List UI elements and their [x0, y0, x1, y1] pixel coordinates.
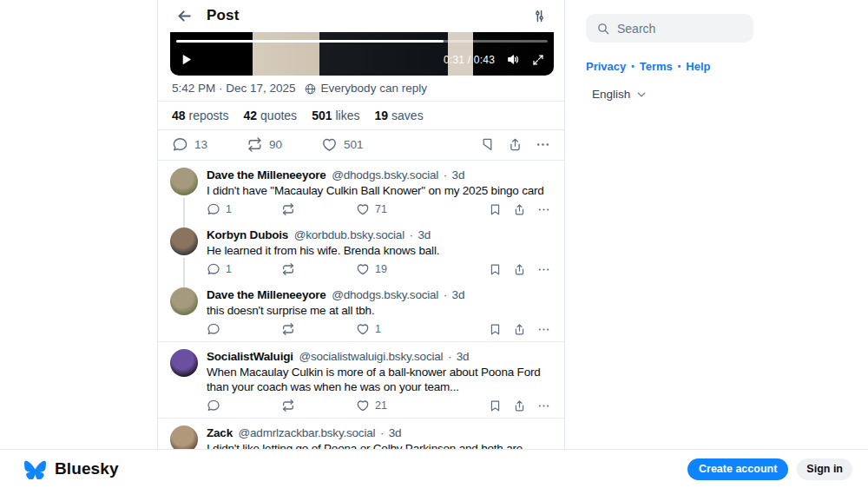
link-separator: •: [678, 62, 681, 71]
sign-in-button[interactable]: Sign in: [797, 458, 852, 480]
privacy-link[interactable]: Privacy: [586, 60, 626, 73]
play-button[interactable]: [180, 53, 193, 66]
like-icon: [356, 322, 370, 336]
share-button[interactable]: [513, 399, 526, 412]
like-count: 1: [375, 323, 381, 335]
like-button[interactable]: 501: [321, 136, 396, 153]
reply-icon: [207, 322, 220, 336]
saves-stat[interactable]: 19saves: [375, 109, 424, 122]
repost-button[interactable]: [281, 202, 356, 216]
signup-banner: Bluesky Create account Sign in: [0, 449, 868, 488]
like-icon: [356, 202, 370, 216]
more-button[interactable]: [536, 137, 550, 152]
user-handle[interactable]: @socialistwaluigi.bsky.social: [299, 350, 443, 363]
user-handle[interactable]: @korbdub.bsky.social: [294, 228, 404, 241]
more-icon: [537, 323, 550, 336]
waluigi-art-avatar[interactable]: [170, 349, 198, 377]
butterfly-icon: [24, 459, 46, 479]
display-name[interactable]: SocialistWaluigi: [207, 350, 293, 363]
groundhog-photo-avatar[interactable]: [170, 287, 198, 315]
bookmark-button[interactable]: [480, 137, 495, 152]
repost-button[interactable]: [281, 262, 356, 276]
repost-count: 90: [269, 138, 282, 151]
share-button[interactable]: [513, 263, 526, 276]
more-button[interactable]: [537, 203, 550, 216]
reply-button[interactable]: [207, 322, 281, 336]
more-button[interactable]: [537, 263, 550, 276]
display-name[interactable]: Dave the Milleneeyore: [207, 168, 326, 181]
reply-permission-label: Everybody can reply: [321, 82, 427, 96]
user-handle[interactable]: @dhodgs.bsky.social: [332, 168, 438, 181]
reply-timestamp: 3d: [418, 228, 431, 241]
bookmark-button[interactable]: [489, 399, 502, 412]
repost-icon: [281, 202, 295, 216]
reply-actions: 1 71: [207, 198, 550, 221]
repost-button[interactable]: 90: [247, 136, 321, 153]
like-button[interactable]: 19: [356, 262, 431, 276]
volume-button[interactable]: [506, 52, 521, 67]
brand-name: Bluesky: [55, 459, 119, 478]
video-time: 0:31 / 0:43: [444, 54, 495, 66]
share-icon: [513, 203, 526, 216]
reply-button[interactable]: 1: [207, 262, 281, 276]
more-button[interactable]: [537, 323, 550, 336]
thread-options-button[interactable]: [532, 9, 547, 23]
reply-actions: 21: [207, 394, 550, 417]
repost-button[interactable]: [281, 399, 356, 412]
reply-icon: [207, 399, 220, 412]
fullscreen-button[interactable]: [532, 54, 544, 66]
terms-link[interactable]: Terms: [640, 60, 673, 73]
repost-button[interactable]: [281, 322, 356, 336]
like-button[interactable]: 1: [356, 322, 431, 336]
bookmark-button[interactable]: [489, 203, 502, 216]
reply-button[interactable]: 1: [207, 202, 281, 216]
like-button[interactable]: 21: [356, 399, 431, 412]
reply-item[interactable]: SocialistWaluigi @socialistwaluigi.bsky.…: [158, 342, 564, 417]
like-icon: [321, 136, 338, 153]
display-name[interactable]: Korbyn Dubois: [207, 228, 288, 241]
reply-icon: [207, 262, 220, 276]
bookmark-icon: [489, 399, 502, 412]
back-button[interactable]: [176, 8, 193, 24]
reply-button[interactable]: 13: [172, 136, 247, 153]
reply-header: Korbyn Dubois @korbdub.bsky.social · 3d: [207, 228, 550, 242]
share-icon: [513, 323, 526, 336]
groundhog-photo-avatar[interactable]: [170, 168, 198, 195]
repost-icon: [281, 399, 295, 412]
more-button[interactable]: [537, 399, 550, 412]
quotes-stat[interactable]: 42quotes: [244, 109, 298, 122]
share-button[interactable]: [508, 137, 523, 152]
link-separator: •: [631, 62, 635, 71]
thread-header: Post: [158, 0, 564, 31]
reposts-stat[interactable]: 48reposts: [172, 109, 229, 122]
bookmark-button[interactable]: [489, 263, 502, 276]
likes-stat[interactable]: 501likes: [312, 109, 359, 122]
reply-item[interactable]: Korbyn Dubois @korbdub.bsky.social · 3d …: [158, 221, 564, 280]
user-handle[interactable]: @admrlzackbar.bsky.social: [239, 426, 376, 439]
bluesky-logo[interactable]: Bluesky: [24, 459, 119, 479]
create-account-button[interactable]: Create account: [687, 458, 788, 480]
share-button[interactable]: [513, 323, 526, 336]
like-button[interactable]: 71: [356, 202, 431, 216]
reply-button[interactable]: [207, 399, 281, 412]
man-photo-avatar[interactable]: [170, 228, 198, 255]
share-button[interactable]: [513, 203, 526, 216]
help-link[interactable]: Help: [686, 60, 710, 73]
reply-actions: 1 19: [207, 258, 550, 280]
video-progress-bar[interactable]: [176, 40, 548, 43]
search-box[interactable]: [586, 14, 753, 43]
user-handle[interactable]: @dhodgs.bsky.social: [332, 288, 438, 301]
reply-timestamp: 3d: [389, 426, 402, 439]
reply-item[interactable]: Dave the Milleneeyore @dhodgs.bsky.socia…: [158, 280, 564, 340]
video-player[interactable]: 0:31 / 0:43: [170, 32, 554, 76]
like-icon: [356, 262, 370, 276]
reply-item[interactable]: Dave the Milleneeyore @dhodgs.bsky.socia…: [158, 161, 564, 221]
reply-text: When Macaulay Culkin is more of a ball-k…: [207, 365, 550, 394]
sliders-icon: [532, 9, 547, 23]
display-name[interactable]: Dave the Milleneeyore: [207, 288, 326, 301]
display-name[interactable]: Zack: [207, 426, 233, 439]
bookmark-button[interactable]: [489, 323, 502, 336]
reply-count: 13: [194, 138, 207, 151]
language-selector[interactable]: English: [592, 88, 753, 101]
search-input[interactable]: [617, 22, 743, 36]
